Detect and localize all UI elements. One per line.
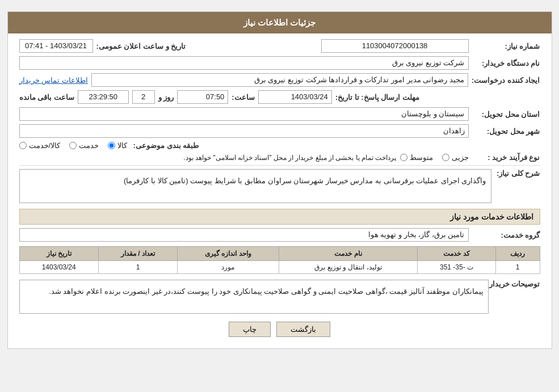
announce-datetime-value: 1403/03/21 - 07:41 <box>19 39 93 53</box>
bottom-buttons: بازگشت چاپ <box>19 322 540 337</box>
category-radio-group: کالا/خدمت خدمت کالا <box>19 141 128 150</box>
service-table: ردیف کد خدمت نام خدمت واحد اندازه گیری ت… <box>19 246 540 274</box>
city-label: شهر محل تحویل: <box>472 127 540 136</box>
need-number-label: شماره نیاز: <box>472 42 540 50</box>
cell-unit: مورد <box>178 261 279 274</box>
col-name: نام خدمت <box>279 247 418 261</box>
purchase-type-radio-group: متوسط جزیی <box>400 153 469 162</box>
deadline-time: 07:50 <box>177 90 228 104</box>
creator-contact-link[interactable]: اطلاعات تماس خریدار <box>19 76 88 85</box>
deadline-day-label: روز و <box>158 93 174 102</box>
services-section-title: اطلاعات خدمات مورد نیاز <box>19 209 540 225</box>
buyer-notes-label: توصیحات خریدار: <box>492 280 540 288</box>
col-unit: واحد اندازه گیری <box>178 247 279 261</box>
creator-label: ایجاد کننده درخواست: <box>472 76 540 85</box>
province-label: استان محل تحویل: <box>472 110 540 119</box>
service-group-value: تامین برق، گاز، بخار و تهویه هوا <box>19 228 469 242</box>
category-label: طبقه بندی موضوعی: <box>131 141 199 150</box>
province-value: سیستان و بلوچستان <box>19 107 469 121</box>
back-button[interactable]: بازگشت <box>276 322 330 337</box>
need-desc-label: شرح کلی نیاز: <box>495 169 540 178</box>
need-desc-value: واگذاری اجرای عملیات برقرسانی به مدارس خ… <box>19 169 491 203</box>
deadline-time-label: ساعت: <box>232 93 254 102</box>
cell-code: ت -35- 351 <box>418 261 496 274</box>
deadline-remaining-label: ساعت باقی مانده <box>19 93 74 102</box>
print-button[interactable]: چاپ <box>229 322 271 337</box>
cell-quantity: 1 <box>98 261 177 274</box>
cell-date: 1403/03/24 <box>19 261 98 274</box>
category-kala[interactable]: کالا <box>108 141 127 150</box>
buyer-org-label: نام دستگاه خریدار: <box>472 59 540 68</box>
announce-datetime-label: تاریخ و ساعت اعلان عمومی: <box>96 42 186 50</box>
cell-name: تولید، انتقال و توزیع برق <box>279 261 418 274</box>
category-kala-khidmat[interactable]: کالا/خدمت <box>19 141 61 150</box>
col-date: تاریخ نیاز <box>19 247 98 261</box>
purchase-note: پرداخت تمام یا بخشی از مبلغ خریدار از مح… <box>19 154 397 162</box>
need-number-value: 1103004072000138 <box>321 39 469 53</box>
creator-value: مجید رضوانی مدیر امور تدارکات و قرارداده… <box>91 73 468 87</box>
cell-row: 1 <box>495 261 540 274</box>
col-row: ردیف <box>495 247 540 261</box>
table-row: 1ت -35- 351تولید، انتقال و توزیع برقمورد… <box>19 261 540 274</box>
city-value: زاهدان <box>19 124 469 138</box>
purchase-type-label: نوع فرآیند خرید : <box>472 153 540 162</box>
page-title: جزئیات اطلاعات نیاز <box>8 12 552 33</box>
deadline-label: مهلت ارسال پاسخ: تا تاریخ: <box>335 93 419 102</box>
purchase-type-jozii[interactable]: جزیی <box>442 153 469 162</box>
col-code: کد خدمت <box>418 247 496 261</box>
deadline-date: 1403/03/24 <box>258 90 332 104</box>
buyer-org-value: شرکت توزیع نیروی برق <box>19 56 469 70</box>
purchase-type-mutawaset[interactable]: متوسط <box>400 153 433 162</box>
deadline-days: 2 <box>132 90 155 104</box>
col-qty: تعداد / مقدار <box>98 247 177 261</box>
deadline-remaining: 23:29:50 <box>78 90 129 104</box>
buyer-notes-value: پیمانکاران موظفند آنالیز قیمت ،گواهی صلا… <box>19 280 489 314</box>
category-khidmat[interactable]: خدمت <box>69 141 99 150</box>
service-group-label: گروه خدمت: <box>472 231 540 239</box>
